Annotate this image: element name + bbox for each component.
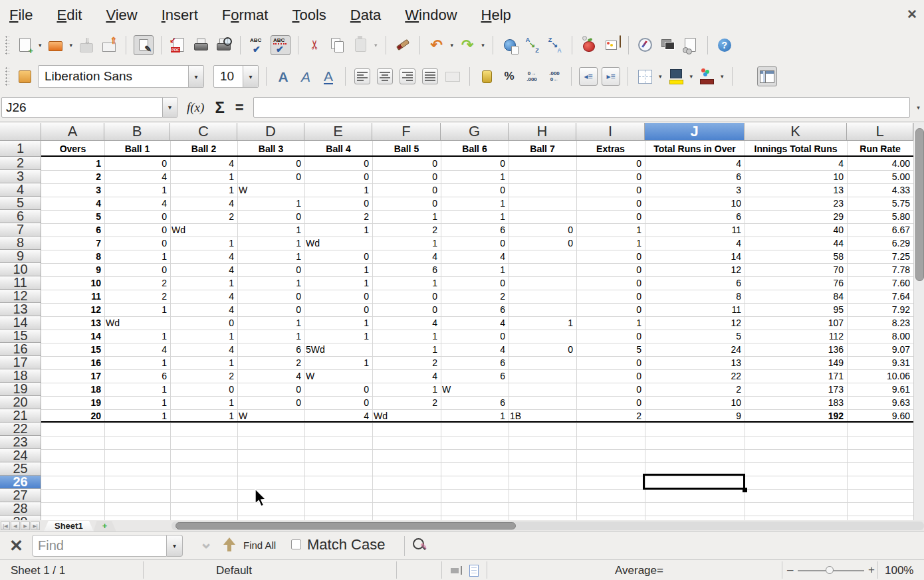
name-box-dropdown-icon[interactable]: ▾ [163, 97, 177, 118]
font-name-dropdown-icon[interactable]: ▾ [188, 66, 203, 87]
cell[interactable]: 1 [41, 157, 101, 170]
cell[interactable]: 12 [645, 263, 741, 276]
cell[interactable]: 10 [745, 170, 844, 183]
data-sources-icon[interactable] [681, 36, 700, 54]
column-header-H[interactable]: H [509, 123, 576, 141]
cell[interactable]: 1 [237, 276, 301, 290]
menu-file[interactable]: File [9, 7, 33, 24]
cell[interactable]: 0 [576, 170, 641, 183]
cell[interactable]: 6 [441, 369, 505, 383]
vertical-scrollbar[interactable] [913, 123, 924, 520]
row-header-8[interactable]: 8 [0, 237, 41, 250]
cell[interactable]: 6 [372, 263, 437, 276]
cell[interactable]: 2 [170, 369, 234, 383]
font-size-dropdown-icon[interactable]: ▾ [243, 66, 258, 87]
cell[interactable]: 9.61 [847, 383, 910, 396]
column-header-E[interactable]: E [304, 123, 372, 141]
row-header-10[interactable]: 10 [0, 263, 41, 276]
row-header-28[interactable]: 28 [0, 502, 41, 516]
spellcheck-icon[interactable]: ABC✔ [248, 36, 267, 54]
cell[interactable]: 9.63 [847, 396, 910, 409]
cell[interactable]: Overs [41, 141, 104, 157]
cell[interactable]: 76 [745, 276, 844, 290]
cell[interactable]: 20 [41, 409, 101, 423]
cell[interactable]: 6 [645, 170, 741, 183]
cell[interactable]: 13 [645, 356, 741, 369]
percent-icon[interactable]: % [500, 67, 519, 86]
cell[interactable]: 11 [645, 223, 741, 237]
cell[interactable]: 19 [41, 396, 101, 409]
cell[interactable]: 1 [441, 263, 505, 276]
cell[interactable]: 1 [170, 396, 234, 409]
cell[interactable]: 0 [104, 237, 167, 250]
cell[interactable]: 4 [170, 343, 234, 356]
row-header-3[interactable]: 3 [0, 170, 41, 183]
cell[interactable]: 4 [237, 369, 301, 383]
menu-format[interactable]: Format [222, 7, 269, 24]
sort-descending-icon[interactable]: Z↘A [546, 36, 564, 54]
cell[interactable]: 0 [576, 303, 641, 316]
cell[interactable]: 0 [104, 263, 167, 276]
cell[interactable]: 192 [745, 409, 844, 423]
cell[interactable]: Ball 1 [104, 141, 170, 157]
column-header-L[interactable]: L [847, 123, 913, 141]
cell[interactable]: 2 [304, 210, 369, 223]
cell[interactable]: 0 [237, 157, 301, 170]
cell[interactable]: 1 [170, 237, 234, 250]
cell[interactable]: 0 [104, 157, 167, 170]
row-header-13[interactable]: 13 [0, 303, 41, 316]
cell[interactable]: 1 [104, 383, 167, 396]
cell[interactable]: 3 [645, 183, 741, 197]
cell[interactable]: 6 [104, 369, 167, 383]
cell[interactable]: 0 [104, 223, 167, 237]
function-wizard-icon[interactable]: f(x) [187, 100, 204, 115]
cell[interactable]: 1B [510, 409, 521, 423]
vertical-scrollbar-thumb[interactable] [915, 128, 924, 281]
cell[interactable]: 1 [372, 210, 437, 223]
cell[interactable]: 1 [237, 316, 301, 330]
zoom-in-icon[interactable]: + [868, 563, 875, 577]
cell[interactable]: 0 [170, 383, 234, 396]
row-header-21[interactable]: 21 [0, 409, 41, 423]
cell[interactable]: 10.06 [847, 369, 910, 383]
menu-data[interactable]: Data [350, 7, 381, 24]
row-header-14[interactable]: 14 [0, 316, 41, 330]
cell[interactable]: 1 [372, 330, 437, 343]
cell[interactable]: 2 [237, 356, 301, 369]
edit-mode-icon[interactable]: ✎ [134, 35, 154, 55]
cell[interactable]: 14 [645, 250, 741, 263]
page-style[interactable]: Default [216, 564, 252, 577]
cell[interactable]: 2 [372, 223, 437, 237]
cell[interactable]: 107 [745, 316, 844, 330]
zoom-out-icon[interactable]: – [787, 563, 793, 577]
cell[interactable]: Extras [576, 141, 645, 157]
cell[interactable]: 4 [441, 343, 505, 356]
cell[interactable]: 9 [645, 409, 741, 423]
formula-input[interactable] [253, 97, 910, 118]
row-header-17[interactable]: 17 [0, 356, 41, 369]
cell[interactable]: 0 [237, 170, 301, 183]
cell[interactable]: 0 [576, 356, 641, 369]
cell[interactable]: 15 [41, 343, 101, 356]
cell[interactable]: 2 [170, 210, 234, 223]
cell[interactable]: 7 [41, 237, 101, 250]
cell[interactable]: 2 [372, 356, 437, 369]
insert-mode-icon[interactable] [451, 568, 459, 573]
cell[interactable]: 1 [170, 170, 234, 183]
cell[interactable]: 1 [104, 409, 167, 423]
cell[interactable]: 2 [41, 170, 101, 183]
cell[interactable]: 1 [170, 409, 234, 423]
cell[interactable]: 6 [441, 396, 505, 409]
cell[interactable]: 0 [576, 330, 641, 343]
previous-sheet-icon[interactable]: ◀ [11, 522, 20, 530]
cell[interactable]: 4 [170, 157, 234, 170]
cell[interactable]: 0 [576, 250, 641, 263]
cell[interactable]: 2 [104, 276, 167, 290]
add-sheet-icon[interactable]: + [94, 521, 116, 532]
cell[interactable]: 1 [170, 276, 234, 290]
last-sheet-icon[interactable]: ▶| [31, 522, 40, 530]
cell[interactable]: 6 [441, 303, 505, 316]
italic-icon[interactable]: A [296, 67, 315, 86]
cell[interactable]: 40 [745, 223, 844, 237]
font-size-combobox[interactable]: 10 ▾ [213, 65, 259, 88]
